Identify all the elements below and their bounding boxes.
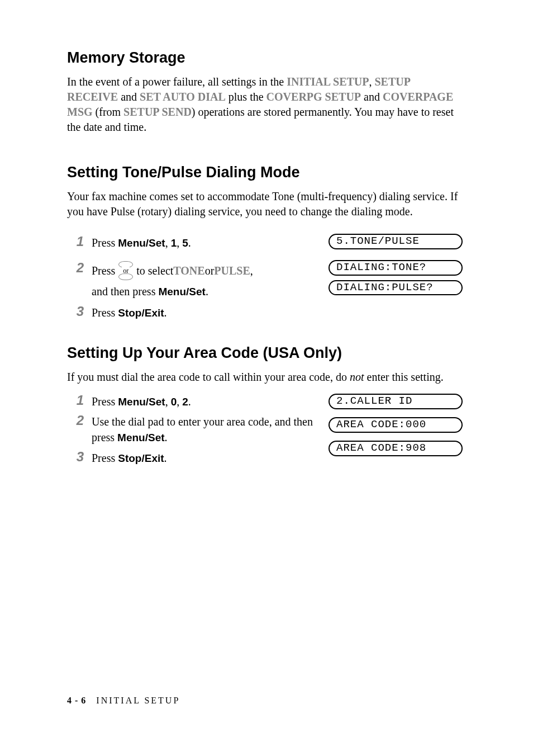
text: and (118, 91, 140, 103)
key-5: 5 (182, 237, 188, 249)
chapter-title: INITIAL SETUP (96, 696, 180, 705)
step-row-1: 1 Press Menu/Set, 0, 2. (67, 393, 320, 410)
step-number: 3 (67, 449, 84, 465)
step-number: 2 (67, 260, 84, 300)
text: . (206, 285, 208, 297)
step-text: Press Menu/Set, 0, 2. (92, 393, 320, 410)
text: . (164, 452, 167, 464)
text: , (165, 237, 171, 249)
keyword-pulse: PULSE (214, 263, 250, 278)
step-text: Press Menu/Set, 1, 5. (92, 234, 320, 251)
keyword-coverpg-setup: COVERPG SETUP (266, 91, 361, 103)
text: . (165, 431, 168, 443)
text: or (205, 263, 215, 278)
step-row-3: 3 Press Stop/Exit. (67, 449, 320, 466)
text: . (164, 306, 167, 319)
text: . (188, 237, 191, 249)
page-number: 4 - 6 (67, 696, 86, 705)
step-text: Use the dial pad to enter your area code… (92, 413, 320, 446)
text: If you must dial the area code to call w… (67, 371, 350, 383)
text: (from (93, 106, 124, 118)
paragraph-area-code: If you must dial the area code to call w… (67, 370, 463, 385)
text: and (361, 91, 383, 103)
lcd-display: AREA CODE:908 (329, 441, 463, 456)
area-code-steps-block: 1 Press Menu/Set, 0, 2. 2 Use the dial p… (67, 393, 463, 472)
keyword-set-auto-dial: SET AUTO DIAL (140, 91, 226, 103)
lcd-display: AREA CODE:000 (329, 417, 463, 433)
step-number: 2 (67, 413, 84, 429)
text: plus the (226, 91, 266, 103)
key-2: 2 (182, 396, 188, 408)
step-text: Press Stop/Exit. (92, 449, 320, 466)
step-number: 3 (67, 304, 84, 320)
page-footer: 4 - 6INITIAL SETUP (67, 696, 180, 706)
text: . (188, 395, 191, 408)
heading-area-code: Setting Up Your Area Code (USA Only) (67, 344, 463, 362)
keyword-setup-send: SETUP SEND (123, 106, 192, 118)
text: Press (92, 237, 118, 249)
text-italic-not: not (350, 371, 364, 383)
key-menu-set: Menu/Set (158, 286, 205, 297)
text: enter this setting. (364, 371, 444, 383)
key-menu-set: Menu/Set (118, 396, 165, 408)
text: , (165, 395, 171, 408)
key-menu-set: Menu/Set (117, 432, 164, 443)
text: and then press (92, 285, 158, 297)
step-number: 1 (67, 393, 84, 409)
step-row-1: 1 Press Menu/Set, 1, 5. 5.TONE/PULSE (67, 234, 463, 251)
lcd-display: 5.TONE/PULSE (329, 234, 463, 249)
key-0: 0 (171, 396, 177, 408)
step-text: Press Stop/Exit. (92, 304, 463, 321)
step-row-2: 2 Press or to select TONE or PULSE, and … (67, 260, 463, 300)
lcd-display: 2.CALLER ID (329, 394, 463, 409)
text: Press (92, 452, 118, 464)
heading-tone-pulse: Setting Tone/Pulse Dialing Mode (67, 164, 463, 181)
step-row-3: 3 Press Stop/Exit. (67, 304, 463, 321)
text: to select (136, 263, 173, 278)
keyword-tone: TONE (173, 263, 204, 278)
text: In the event of a power failure, all set… (67, 75, 287, 88)
text: Press (92, 263, 115, 278)
text: Press (92, 306, 118, 319)
step-text: Press or to select TONE or PULSE, and th… (92, 260, 320, 300)
key-menu-set: Menu/Set (118, 237, 165, 249)
text: , (177, 395, 182, 408)
up-down-or-icon: or (117, 261, 134, 280)
text: , (177, 237, 182, 249)
heading-memory-storage: Memory Storage (67, 49, 463, 67)
step-row-2: 2 Use the dial pad to enter your area co… (67, 413, 320, 446)
key-stop-exit: Stop/Exit (118, 452, 164, 464)
paragraph-memory: In the event of a power failure, all set… (67, 74, 463, 135)
key-stop-exit: Stop/Exit (118, 307, 164, 319)
text: Press (92, 395, 118, 408)
text: , (250, 263, 253, 278)
step-number: 1 (67, 234, 84, 251)
lcd-display: DIALING:PULSE? (329, 280, 463, 296)
text: , (369, 75, 374, 88)
page-content: Memory Storage In the event of a power f… (67, 49, 463, 472)
key-1: 1 (171, 237, 177, 249)
paragraph-tone-pulse: Your fax machine comes set to accommodat… (67, 189, 463, 219)
keyword-initial-setup: INITIAL SETUP (287, 75, 369, 88)
lcd-display: DIALING:TONE? (329, 260, 463, 276)
